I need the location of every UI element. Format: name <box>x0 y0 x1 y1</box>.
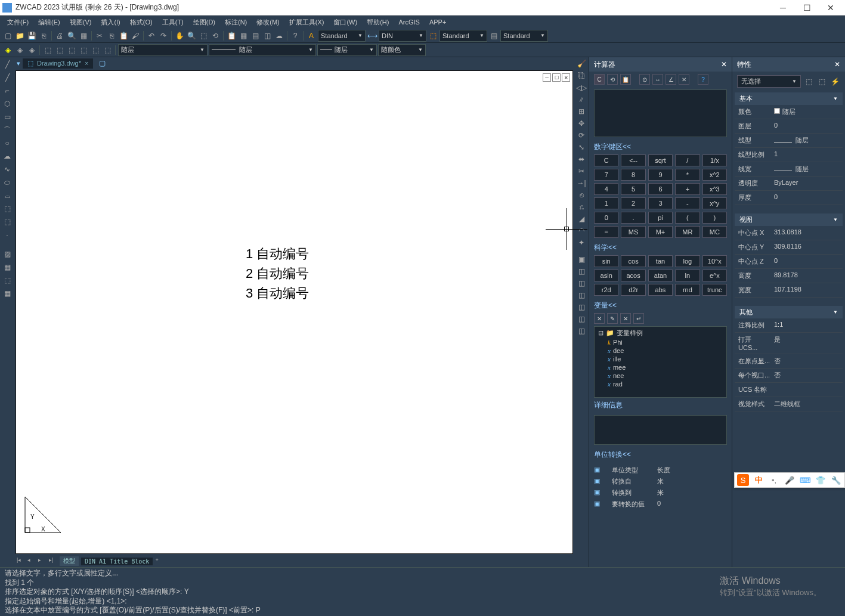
calc-dist-icon[interactable]: ↔ <box>652 74 663 85</box>
ime-voice-icon[interactable]: 🎤 <box>784 474 796 486</box>
calc-btn-3[interactable]: 3 <box>648 197 673 209</box>
copy-icon[interactable]: ⎘ <box>106 30 117 41</box>
copy2-icon[interactable]: ⿻ <box>575 70 587 81</box>
tab-first-icon[interactable]: |◂ <box>17 557 25 565</box>
calc-btn-MS[interactable]: MS <box>621 226 645 238</box>
menu-edit[interactable]: 编辑(E) <box>33 17 65 28</box>
menu-app[interactable]: APP+ <box>425 17 451 27</box>
prop-row[interactable]: 在原点显...否 <box>735 354 843 369</box>
prop-row[interactable]: 注释比例1:1 <box>735 318 843 333</box>
dim-style-dropdown[interactable]: DIN▼ <box>379 30 426 42</box>
calc-btn-abs[interactable]: abs <box>648 284 673 296</box>
prop-row[interactable]: 打开 UCS...是 <box>735 333 843 354</box>
calc-btn-x^y[interactable]: x^y <box>702 197 727 209</box>
calc-btn-7[interactable]: 7 <box>594 169 618 181</box>
array-icon[interactable]: ⊞ <box>575 106 587 117</box>
minimize-button[interactable]: ─ <box>771 1 795 15</box>
calc-close-icon[interactable]: ✕ <box>721 60 727 69</box>
ellipsearc-icon[interactable]: ⌓ <box>1 190 13 202</box>
var-ille[interactable]: xille <box>596 355 725 363</box>
calc-hist-icon[interactable]: ⟲ <box>607 74 618 85</box>
menu-arcgis[interactable]: ArcGIS <box>394 17 424 27</box>
prop-row[interactable]: 中心点 Y309.8116 <box>735 240 843 255</box>
prop-row[interactable]: 中心点 Z0 <box>735 255 843 269</box>
prop-row[interactable]: 每个视口...否 <box>735 369 843 383</box>
xline-icon[interactable]: ╱ <box>1 72 13 83</box>
pline-icon[interactable]: ⌐ <box>1 85 13 97</box>
ime-toolbar[interactable]: S 中 •, 🎤 ⌨ 👕 🔧 <box>734 472 845 488</box>
mlstyle-icon[interactable]: ⬚ <box>428 30 438 41</box>
fillet-icon[interactable]: ◠ <box>575 225 587 236</box>
rotate-icon[interactable]: ⟳ <box>575 130 587 141</box>
calc-btn-sin[interactable]: sin <box>594 255 618 267</box>
extend-icon[interactable]: →| <box>575 178 587 188</box>
tab-next-icon[interactable]: ▸ <box>38 557 47 565</box>
menu-help[interactable]: 帮助(H) <box>362 17 394 28</box>
calc-btn--[interactable]: - <box>675 197 699 209</box>
draworder-icon[interactable]: ▣ <box>575 254 587 265</box>
paste-icon[interactable]: 📋 <box>118 30 129 41</box>
circle-icon[interactable]: ○ <box>1 137 13 149</box>
calc-btn-4[interactable]: 4 <box>594 183 618 195</box>
calc-btn-sqrt[interactable]: sqrt <box>648 154 673 166</box>
section-basic[interactable]: 基本▼ <box>735 92 843 105</box>
numpad-header[interactable]: 数字键区<< <box>594 142 727 152</box>
prop-row[interactable]: 宽度107.1198 <box>735 283 843 298</box>
doc-tab-active[interactable]: ⬚ Drawing3.dwg* × <box>23 58 93 69</box>
ime-set-icon[interactable]: 🔧 <box>830 474 842 486</box>
line-icon[interactable]: ╱ <box>1 58 13 70</box>
var-del-icon[interactable]: ✕ <box>620 313 631 324</box>
prop-row[interactable]: 线型比例1 <box>735 148 843 162</box>
section-other[interactable]: 其他▼ <box>735 306 843 318</box>
tab-add-icon[interactable]: + <box>155 557 163 565</box>
region-icon[interactable]: ⬚ <box>1 274 13 286</box>
var-dee[interactable]: xdee <box>596 346 725 355</box>
break-icon[interactable]: ⎋ <box>575 190 587 200</box>
spline-icon[interactable]: ∿ <box>1 163 13 175</box>
calc-btn-=[interactable]: = <box>594 226 618 238</box>
point-icon[interactable]: · <box>1 229 13 241</box>
menu-window[interactable]: 窗口(W) <box>329 17 362 28</box>
calc-paste-icon[interactable]: 📋 <box>620 74 631 85</box>
prop-row[interactable]: 线宽随层 <box>735 162 843 177</box>
unit-from-row[interactable]: ▣转换自米 <box>589 476 732 487</box>
close-button[interactable]: ✕ <box>819 1 843 15</box>
text-style-dropdown[interactable]: Standard▼ <box>318 30 366 42</box>
calc-btn-+[interactable]: + <box>675 183 699 195</box>
tool1-icon[interactable]: ◫ <box>575 266 587 277</box>
prop-row[interactable]: 高度89.8178 <box>735 269 843 283</box>
command-history[interactable]: 请选择文字，多行文字或属性定义... 找到 1 个 排序选定对象的方式 [X/Y… <box>0 568 845 616</box>
pickadd-icon[interactable]: ⬚ <box>803 76 814 87</box>
matchprop-icon[interactable]: 🖌 <box>130 30 141 41</box>
var-send-icon[interactable]: ↵ <box>633 313 644 324</box>
arc-icon[interactable]: ⌒ <box>1 124 13 136</box>
menu-view[interactable]: 视图(V) <box>65 17 97 28</box>
var-phi[interactable]: kPhi <box>596 338 725 346</box>
menu-insert[interactable]: 插入(I) <box>96 17 125 28</box>
offset-icon[interactable]: ⫽ <box>575 94 587 105</box>
unit-type-row[interactable]: ▣单位类型长度 <box>589 465 732 476</box>
menu-format[interactable]: 格式(O) <box>125 17 157 28</box>
tab-prev-icon[interactable]: ◂ <box>27 557 36 565</box>
prop-row[interactable]: 视觉样式二维线框 <box>735 397 843 411</box>
textstyle-icon[interactable]: A <box>306 30 317 41</box>
calc-btn-rnd[interactable]: rnd <box>675 284 699 296</box>
calc-btn-trunc[interactable]: trunc <box>702 284 727 296</box>
ellipse-icon[interactable]: ⬭ <box>1 177 13 188</box>
calc-btn-cos[interactable]: cos <box>621 255 645 267</box>
props-close-icon[interactable]: ✕ <box>834 60 840 69</box>
calc-btn-1[interactable]: 1 <box>594 197 618 209</box>
menu-express[interactable]: 扩展工具(X) <box>284 17 329 28</box>
cut-icon[interactable]: ✂ <box>94 30 105 41</box>
calc-btn-M+[interactable]: M+ <box>648 226 673 238</box>
new-icon[interactable]: ▢ <box>2 30 13 41</box>
calc-btn-ln[interactable]: ln <box>675 270 699 281</box>
calc-btn-atan[interactable]: atan <box>648 270 673 281</box>
plot-icon[interactable]: ▦ <box>78 30 89 41</box>
calc-display[interactable] <box>594 89 727 137</box>
xref-icon[interactable]: ⬚ <box>90 45 101 55</box>
calc-btn-d2r[interactable]: d2r <box>621 284 645 296</box>
tool2-icon[interactable]: ◫ <box>575 278 587 289</box>
open-icon[interactable]: 📁 <box>14 30 25 41</box>
unit-val-row[interactable]: ▣要转换的值0 <box>589 499 732 510</box>
